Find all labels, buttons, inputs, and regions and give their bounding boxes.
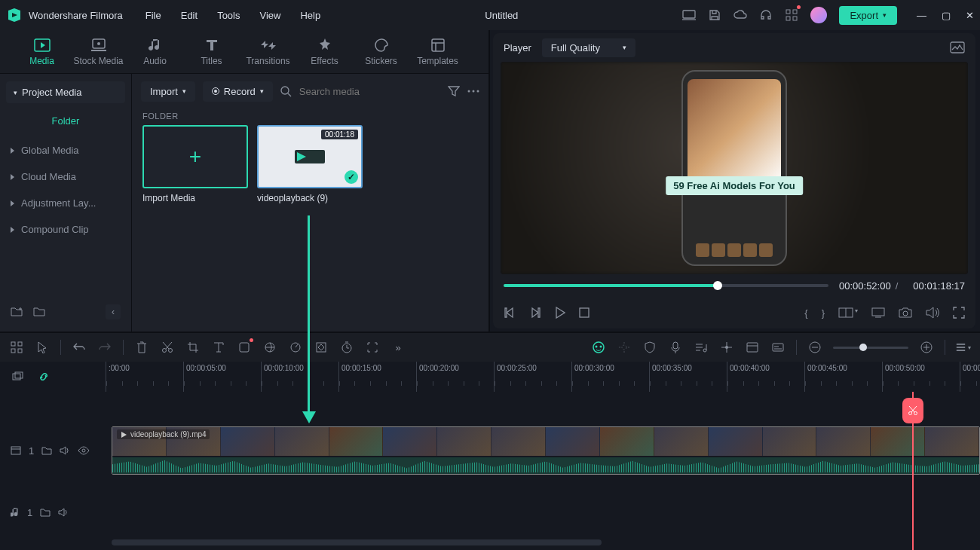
tab-effects[interactable]: Effects <box>296 38 353 66</box>
svg-point-19 <box>473 90 475 93</box>
tab-titles[interactable]: Titles <box>183 38 240 66</box>
folder-icon[interactable] <box>33 306 45 318</box>
music-icon[interactable] <box>694 340 709 355</box>
mic-icon[interactable] <box>668 340 683 355</box>
app-logo <box>6 7 23 23</box>
link-icon[interactable] <box>36 369 51 384</box>
track-add-icon[interactable] <box>11 369 26 384</box>
sidebar-item-cloud[interactable]: Cloud Media <box>6 163 125 190</box>
filter-icon[interactable] <box>448 86 460 96</box>
pointer-tool-icon[interactable] <box>35 340 50 355</box>
scrub-slider[interactable] <box>504 284 828 287</box>
mute-icon[interactable] <box>60 445 70 456</box>
fullscreen-button[interactable] <box>953 307 965 319</box>
cut-icon[interactable] <box>160 340 175 355</box>
more-tools-icon[interactable]: » <box>390 340 406 355</box>
device-icon[interactable] <box>682 8 696 22</box>
render-icon[interactable] <box>745 340 760 355</box>
mark-in-button[interactable]: { <box>804 307 807 319</box>
subtitle-icon[interactable] <box>770 340 786 355</box>
avatar[interactable] <box>810 7 827 23</box>
expand-icon[interactable] <box>365 340 380 355</box>
ai-icon[interactable] <box>591 340 606 355</box>
more-icon[interactable] <box>467 90 479 93</box>
menu-file[interactable]: File <box>145 10 161 21</box>
keyframe-icon[interactable] <box>314 340 329 355</box>
zoom-out-icon[interactable] <box>807 340 822 355</box>
svg-rect-5 <box>793 17 797 20</box>
search-input[interactable] <box>298 85 403 98</box>
collapse-sidebar-button[interactable]: ‹ <box>106 304 121 319</box>
tab-media[interactable]: Media <box>14 38 70 66</box>
tab-stickers[interactable]: Stickers <box>353 38 409 66</box>
aspect-button[interactable]: ▾ <box>838 307 858 318</box>
media-clip-card[interactable]: 00:01:18 ✓ videoplayback (9) <box>257 125 363 203</box>
select-tool-icon[interactable] <box>9 340 24 355</box>
quality-dropdown[interactable]: Full Quality▾ <box>542 38 635 57</box>
timeline-ruler[interactable]: :00:0000:00:05:0000:00:10:0000:00:15:000… <box>0 362 980 392</box>
menu-tools[interactable]: Tools <box>217 10 240 21</box>
sidebar-item-global[interactable]: Global Media <box>6 137 125 163</box>
horizontal-scrollbar[interactable] <box>112 539 602 545</box>
audio-track-header[interactable]: 1 <box>0 497 106 527</box>
preview-canvas[interactable]: 59 Free Ai Models For You <box>501 62 968 274</box>
marker-icon[interactable] <box>719 340 734 355</box>
delete-icon[interactable] <box>134 340 149 355</box>
video-clip[interactable]: videoplayback (9).mp4 <box>112 426 980 475</box>
zoom-in-icon[interactable] <box>919 340 934 355</box>
sidebar-item-adjustment[interactable]: Adjustment Lay... <box>6 190 125 216</box>
tab-templates[interactable]: Templates <box>409 38 466 66</box>
maximize-button[interactable]: ▢ <box>942 10 951 21</box>
zoom-slider[interactable] <box>833 347 908 349</box>
mute-icon[interactable] <box>58 507 69 518</box>
import-media-card[interactable]: + Import Media <box>142 125 248 203</box>
prev-frame-button[interactable] <box>504 307 516 319</box>
minimize-button[interactable]: — <box>917 10 926 21</box>
text-icon[interactable] <box>211 340 226 355</box>
redo-icon[interactable] <box>97 340 112 355</box>
folder-icon[interactable] <box>41 446 52 455</box>
folder-icon[interactable] <box>40 508 51 517</box>
undo-icon[interactable] <box>72 340 87 355</box>
volume-icon[interactable] <box>926 307 939 319</box>
visibility-icon[interactable] <box>78 446 90 455</box>
adjust-icon[interactable] <box>237 340 252 355</box>
color-icon[interactable] <box>262 340 277 355</box>
save-icon[interactable] <box>708 8 721 22</box>
enhance-icon[interactable] <box>617 340 632 355</box>
current-time: 00:00:52:00 <box>839 280 891 292</box>
close-button[interactable]: ✕ <box>966 10 974 21</box>
split-handle[interactable] <box>902 398 923 423</box>
cloud-icon[interactable] <box>733 8 747 22</box>
display-button[interactable] <box>871 307 885 318</box>
snapshot-icon[interactable] <box>950 41 965 53</box>
camera-icon[interactable] <box>899 307 912 318</box>
headphones-icon[interactable] <box>759 8 773 22</box>
crop-icon[interactable] <box>185 340 201 355</box>
stop-button[interactable] <box>579 307 590 318</box>
tab-audio[interactable]: Audio <box>127 38 183 66</box>
timer-icon[interactable] <box>339 340 354 355</box>
folder-link[interactable]: Folder <box>6 109 125 133</box>
import-button[interactable]: Import▾ <box>141 81 195 102</box>
next-frame-button[interactable] <box>529 307 541 319</box>
mark-out-button[interactable]: } <box>822 307 825 319</box>
new-folder-icon[interactable] <box>11 306 23 318</box>
view-mode-icon[interactable]: ▾ <box>956 340 971 355</box>
project-media-button[interactable]: ▾Project Media <box>6 81 125 103</box>
apps-icon[interactable] <box>785 8 798 22</box>
tab-stock-media[interactable]: Stock Media <box>70 38 127 66</box>
menu-view[interactable]: View <box>259 10 280 21</box>
menu-help[interactable]: Help <box>300 10 320 21</box>
speed-icon[interactable] <box>288 340 303 355</box>
tab-transitions[interactable]: Transitions <box>240 38 296 66</box>
playhead[interactable] <box>912 392 914 550</box>
play-button[interactable] <box>555 307 565 319</box>
sidebar-item-compound[interactable]: Compound Clip <box>6 216 125 243</box>
menu-edit[interactable]: Edit <box>181 10 198 21</box>
export-button[interactable]: Export▾ <box>839 6 897 25</box>
shield-icon[interactable] <box>642 340 657 355</box>
video-track-header[interactable]: 1 <box>0 426 106 475</box>
player-tab[interactable]: Player <box>504 42 531 53</box>
record-button[interactable]: Record▾ <box>203 81 273 102</box>
